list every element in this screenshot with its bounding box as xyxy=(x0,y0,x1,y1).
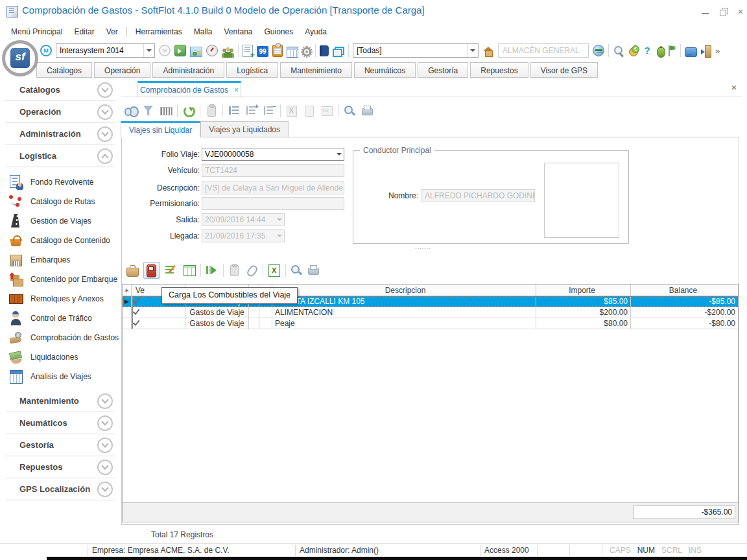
cell-tipo[interactable]: Gastos de Viaje xyxy=(185,318,249,329)
chat-icon[interactable] xyxy=(685,47,697,57)
paperclip-icon[interactable] xyxy=(244,263,259,277)
sidebar-section[interactable]: Gestoría xyxy=(5,434,115,456)
table-icon[interactable] xyxy=(182,263,196,277)
print-preview-icon[interactable] xyxy=(290,264,303,277)
home-icon[interactable] xyxy=(482,47,494,57)
category-tab[interactable]: Operación xyxy=(94,62,150,78)
tree-add-icon[interactable]: + xyxy=(245,104,258,117)
exit-icon[interactable] xyxy=(701,45,711,56)
row-checkbox[interactable] xyxy=(132,296,133,307)
sidebar-section[interactable]: Repuestos xyxy=(5,456,115,478)
grid-header-descripcion[interactable]: Descripcion xyxy=(272,285,536,296)
gauge-icon[interactable] xyxy=(206,45,218,56)
category-tab[interactable]: Visor de GPS xyxy=(530,62,598,78)
flag-icon[interactable] xyxy=(667,45,676,56)
cell-balance[interactable]: -$85.00 xyxy=(631,296,738,307)
menu-item[interactable]: Ventana xyxy=(218,25,258,38)
print-preview-icon[interactable] xyxy=(343,104,356,117)
settings-gear-icon[interactable] xyxy=(302,47,311,56)
grid-header-importe[interactable]: Importe xyxy=(536,285,631,296)
cell-importe[interactable]: $200.00 xyxy=(536,307,631,318)
counter-99-icon[interactable]: 99 xyxy=(257,46,268,57)
grid-row[interactable]: ▶ Gastos de Viaje Peaje $80.00 -$80.00 xyxy=(123,318,738,329)
barcode-icon[interactable] xyxy=(160,104,172,117)
m-badge-icon[interactable]: M xyxy=(40,45,52,56)
menu-item[interactable]: Malla xyxy=(188,25,219,38)
restore-button[interactable] xyxy=(717,5,730,18)
chevron-circle-icon[interactable] xyxy=(97,82,113,98)
grid-row[interactable]: ▶ Gastos de Viaje ALIMENTACION $200.00 -… xyxy=(123,307,738,318)
coins-icon[interactable] xyxy=(628,45,639,56)
sidebar-item[interactable]: Analisis de Viajes xyxy=(0,367,121,386)
briefcase-icon[interactable] xyxy=(125,263,139,277)
fuel-pump-button[interactable] xyxy=(143,262,160,279)
print-icon[interactable] xyxy=(361,104,374,117)
menu-item[interactable]: Menú Principal xyxy=(5,25,68,38)
chevron-circle-icon[interactable] xyxy=(97,126,113,142)
new-document-icon[interactable] xyxy=(243,45,253,57)
sidebar-section[interactable]: Logistica xyxy=(5,145,115,167)
sidebar-item[interactable]: Catálogo de Rutas xyxy=(0,192,121,211)
folio-combo[interactable]: VJE00000058 xyxy=(202,148,344,161)
sidebar-item[interactable]: Comprobación de Gastos xyxy=(0,328,121,347)
print-icon[interactable] xyxy=(307,264,320,277)
menu-item[interactable]: Ayuda xyxy=(299,25,333,38)
sidebar-section[interactable]: Operación xyxy=(5,101,115,123)
sidebar-item[interactable]: Gestión de Viajes xyxy=(0,211,121,231)
chevron-circle-icon[interactable] xyxy=(97,482,113,497)
chevron-down-icon[interactable] xyxy=(467,44,478,57)
sidebar-item[interactable]: Contenido por Embarque xyxy=(0,270,121,289)
photo-icon[interactable] xyxy=(190,47,202,57)
close-button[interactable]: × xyxy=(734,5,747,18)
cell-importe[interactable]: $80.00 xyxy=(536,318,631,329)
document-tab[interactable]: Comprobación de Gastos × xyxy=(137,81,241,97)
sidebar-section[interactable]: Administración xyxy=(5,123,115,145)
category-tab[interactable]: Repuestos xyxy=(470,62,528,78)
cell-importe[interactable]: $85.00 xyxy=(536,296,631,307)
menu-item[interactable]: Editar xyxy=(68,25,100,38)
cell-descripcion[interactable]: Peaje xyxy=(272,318,536,329)
filter-combo[interactable]: [Todas] xyxy=(353,43,479,58)
category-tab[interactable]: Neumáticos xyxy=(354,62,416,78)
binoculars-icon[interactable] xyxy=(124,104,137,117)
cell-descripcion[interactable]: ALIMENTACION xyxy=(272,307,536,318)
tree-view-icon[interactable] xyxy=(228,104,241,117)
chevron-circle-icon[interactable] xyxy=(97,438,113,453)
globe-icon[interactable] xyxy=(593,45,604,56)
edit-list-icon[interactable] xyxy=(164,263,178,277)
checklist-icon[interactable] xyxy=(272,45,283,57)
document-area-close-icon[interactable]: × xyxy=(729,82,739,93)
cell-balance[interactable]: -$80.00 xyxy=(631,318,738,329)
menu-item[interactable]: Herramientas xyxy=(130,25,188,38)
cell-tipo[interactable]: Gastos de Viaje xyxy=(185,307,249,318)
tree-remove-icon[interactable]: − xyxy=(263,104,276,117)
excel-icon[interactable] xyxy=(267,263,281,277)
chevron-circle-icon[interactable] xyxy=(97,393,113,409)
sidebar-item[interactable]: Control de Tráfico xyxy=(0,309,121,328)
warehouse-field[interactable]: ALMACÉN GENERAL xyxy=(498,43,589,58)
cell-balance[interactable]: -$200.00 xyxy=(631,307,738,318)
sidebar-section[interactable]: GPS Localización xyxy=(5,478,115,500)
chevron-down-icon[interactable] xyxy=(143,44,154,57)
subtab[interactable]: Viajes ya Liquidados xyxy=(200,121,289,137)
category-tab[interactable]: Mantenimiento xyxy=(280,62,352,78)
people-icon[interactable] xyxy=(222,47,234,58)
sidebar-item[interactable]: Liquidaciones xyxy=(0,347,121,367)
grid-header-balance[interactable]: Balance xyxy=(631,285,738,296)
menu-item[interactable]: Ver xyxy=(101,25,124,38)
sidebar-section[interactable]: Neumáticos xyxy=(5,412,115,434)
sidebar-item[interactable]: Catálogo de Contenido xyxy=(0,231,121,250)
grid-header-indicator[interactable]: ∗ xyxy=(123,285,132,296)
notebook-icon[interactable] xyxy=(320,45,329,56)
chevron-circle-icon[interactable] xyxy=(97,460,113,475)
row-checkbox[interactable] xyxy=(132,307,133,318)
filter-icon[interactable] xyxy=(142,104,155,117)
chevron-circle-icon[interactable] xyxy=(97,104,113,120)
company-combo[interactable]: Interasystem 2014 xyxy=(56,43,155,58)
chevron-circle-icon[interactable] xyxy=(97,415,113,431)
category-tab[interactable]: Administración xyxy=(152,62,224,78)
document-tab-close-icon[interactable]: × xyxy=(234,86,239,95)
sidebar-section[interactable]: Mantenimiento xyxy=(5,390,115,412)
splitter-dots[interactable]: ....... xyxy=(415,244,431,250)
help-icon[interactable]: ? xyxy=(643,45,651,57)
